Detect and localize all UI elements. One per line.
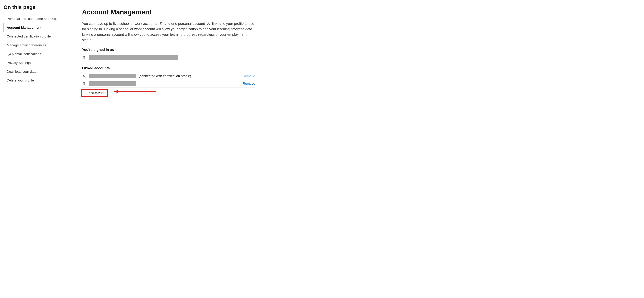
redacted-account bbox=[89, 74, 136, 78]
badge-icon bbox=[82, 82, 86, 86]
svg-marker-4 bbox=[114, 90, 118, 93]
badge-icon bbox=[159, 22, 163, 26]
sidebar-item-connected-certification[interactable]: Connected certification profile bbox=[4, 32, 70, 41]
sidebar-title: On this page bbox=[4, 4, 70, 10]
sidebar-item-delete-profile[interactable]: Delete your profile bbox=[4, 76, 70, 85]
redacted-account bbox=[89, 55, 178, 60]
remove-linked-account-button[interactable]: Remove bbox=[243, 82, 255, 86]
remove-linked-account-button[interactable]: Remove bbox=[243, 74, 255, 78]
on-this-page-sidebar: On this page Personal info, username and… bbox=[0, 2, 72, 298]
account-management-main: Account Management You can have up to fi… bbox=[72, 2, 262, 291]
sidebar-item-manage-email[interactable]: Manage email preferences bbox=[4, 41, 70, 50]
linked-account-row: Remove bbox=[82, 80, 255, 88]
intro-paragraph: You can have up to five school or work a… bbox=[82, 21, 255, 43]
signed-in-account-row bbox=[82, 54, 255, 61]
linked-accounts-label: Linked accounts bbox=[82, 66, 255, 70]
linked-account-row: (connected with certification profile) R… bbox=[82, 72, 255, 80]
badge-icon bbox=[82, 56, 86, 60]
person-icon bbox=[82, 74, 86, 78]
intro-text-1: You can have up to five school or work a… bbox=[82, 22, 158, 26]
sidebar-item-privacy[interactable]: Privacy Settings bbox=[4, 58, 70, 67]
person-icon bbox=[206, 22, 210, 26]
linked-account-note: (connected with certification profile) bbox=[139, 74, 191, 78]
redacted-account bbox=[89, 81, 136, 86]
signed-in-as-label: You're signed in as bbox=[82, 48, 255, 52]
sidebar-item-download-data[interactable]: Download your data bbox=[4, 67, 70, 76]
intro-text-2: and one personal account bbox=[164, 22, 206, 26]
sidebar-item-personal-info[interactable]: Personal info, username and URL bbox=[4, 14, 70, 23]
page-title: Account Management bbox=[82, 8, 255, 16]
plus-icon bbox=[84, 91, 87, 95]
add-account-label: Add account bbox=[89, 92, 104, 95]
add-account-button[interactable]: Add account bbox=[82, 90, 107, 96]
annotation-arrow-icon bbox=[114, 90, 156, 94]
sidebar-item-qa-email[interactable]: Q&A email notifications bbox=[4, 50, 70, 58]
sidebar-item-account-management[interactable]: Account Management bbox=[4, 23, 70, 32]
